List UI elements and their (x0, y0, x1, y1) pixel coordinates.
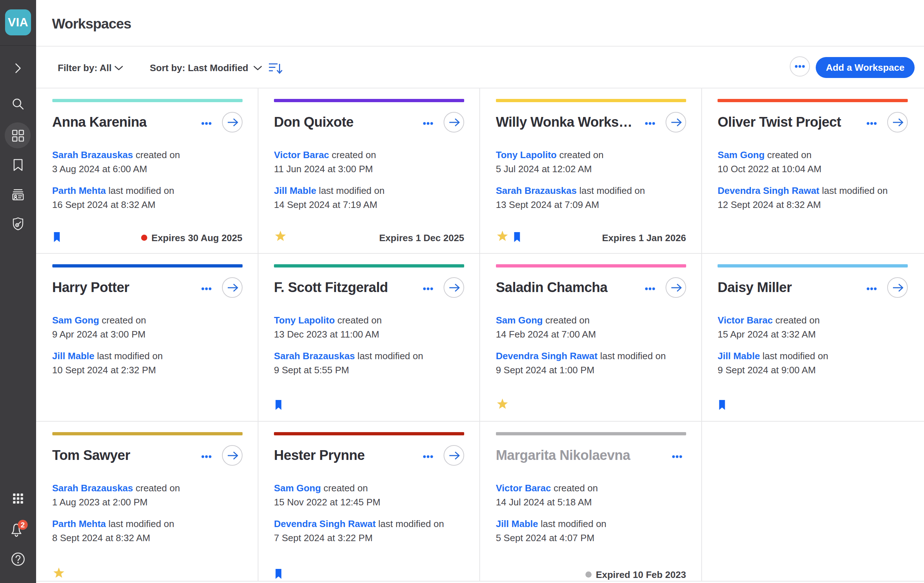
svg-text:2: 2 (21, 521, 25, 529)
